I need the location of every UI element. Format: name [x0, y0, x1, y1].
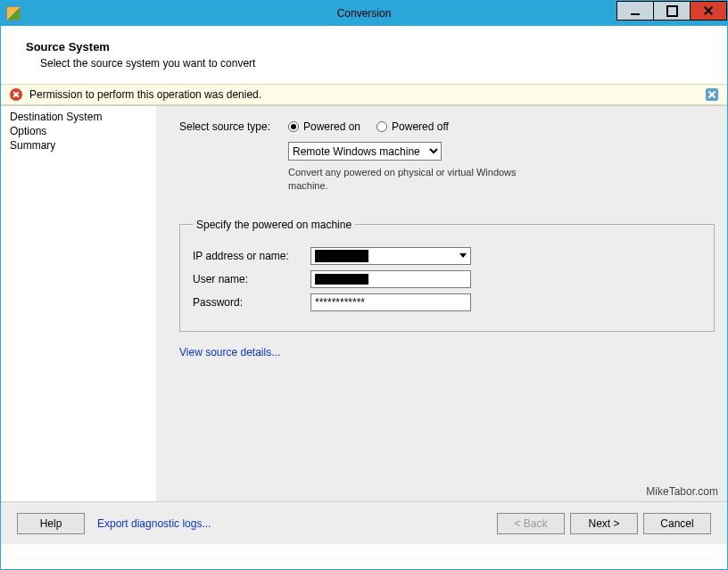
machine-credentials-group: Specify the powered on machine IP addres… [179, 219, 715, 332]
radio-powered-on[interactable]: Powered on [288, 120, 360, 133]
page-subtitle: Select the source system you want to con… [40, 57, 709, 70]
alert-message: Permission to perform this operation was… [29, 88, 261, 101]
wizard-body: Destination System Options Summary Selec… [1, 105, 727, 501]
maximize-button[interactable] [653, 1, 691, 21]
radio-powered-off[interactable]: Powered off [376, 120, 449, 133]
alert-bar: Permission to perform this operation was… [1, 84, 727, 105]
back-button[interactable]: < Back [497, 513, 565, 534]
username-label: User name: [193, 273, 310, 285]
error-icon [10, 88, 22, 101]
export-logs-link[interactable]: Export diagnostic logs... [97, 517, 211, 530]
minimize-button[interactable] [616, 1, 654, 21]
help-button[interactable]: Help [17, 513, 85, 534]
source-type-label: Select source type: [179, 120, 288, 133]
watermark: MikeTabor.com [646, 485, 718, 498]
ip-address-combo[interactable] [310, 247, 471, 265]
ip-value-redacted [315, 250, 368, 262]
wizard-footer: Help Export diagnostic logs... < Back Ne… [1, 501, 727, 544]
username-value-redacted [315, 274, 368, 285]
machine-type-select[interactable]: Remote Windows machine [288, 142, 442, 161]
sidebar-item-summary[interactable]: Summary [10, 138, 147, 153]
radio-off-indicator [376, 121, 387, 132]
wizard-header: Source System Select the source system y… [1, 26, 727, 84]
page-title: Source System [26, 40, 709, 54]
chevron-down-icon [456, 248, 470, 264]
app-icon [6, 6, 21, 21]
wizard-steps-sidebar: Destination System Options Summary [1, 106, 156, 501]
title-bar: Conversion [1, 1, 727, 26]
radio-off-label: Powered off [392, 120, 449, 133]
password-input[interactable] [310, 293, 471, 311]
window-title: Conversion [337, 7, 392, 20]
view-source-details-link[interactable]: View source details... [179, 346, 280, 359]
username-input[interactable] [310, 270, 471, 288]
ip-label: IP address or name: [193, 250, 310, 262]
sidebar-item-options[interactable]: Options [10, 124, 147, 138]
group-legend: Specify the powered on machine [193, 219, 355, 231]
radio-on-indicator [288, 121, 299, 132]
alert-close-icon[interactable] [706, 88, 718, 101]
radio-on-label: Powered on [303, 120, 360, 133]
close-button[interactable] [690, 1, 727, 21]
cancel-button[interactable]: Cancel [643, 513, 711, 534]
sidebar-item-destination[interactable]: Destination System [10, 110, 147, 124]
window-controls [617, 1, 727, 26]
machine-type-hint: Convert any powered on physical or virtu… [288, 166, 520, 194]
password-label: Password: [193, 296, 310, 309]
wizard-content: Select source type: Powered on Powered o… [156, 106, 727, 501]
next-button[interactable]: Next > [570, 513, 638, 534]
